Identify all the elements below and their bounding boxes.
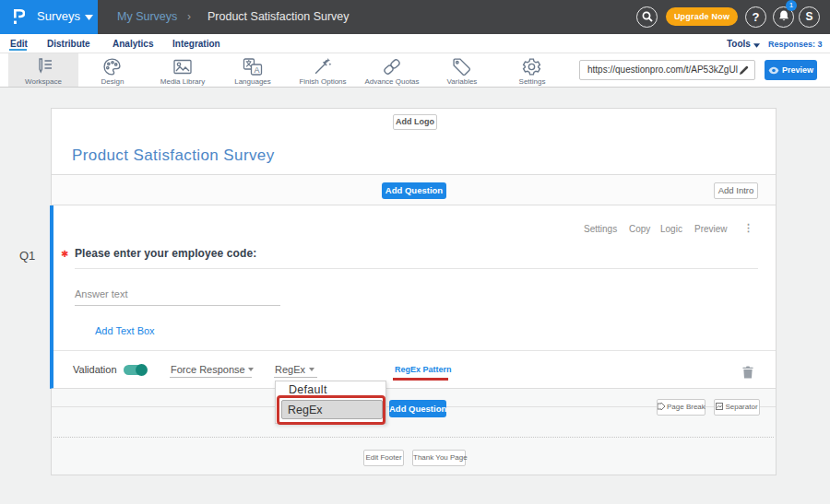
svg-text:A: A xyxy=(255,65,260,75)
